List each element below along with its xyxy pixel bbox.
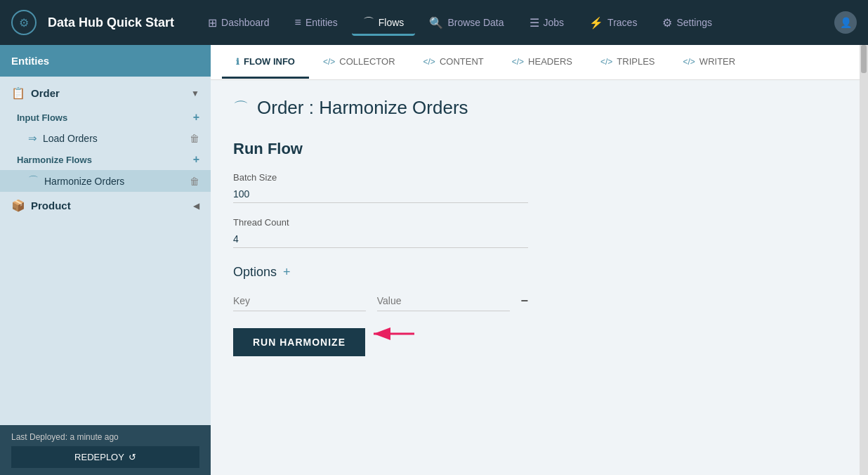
harmonize-orders-icon: ⌒: [28, 174, 39, 188]
flows-icon: ⌒: [363, 15, 374, 30]
batch-size-value[interactable]: 100: [233, 186, 528, 203]
options-value-input[interactable]: [377, 291, 510, 311]
user-avatar[interactable]: 👤: [834, 11, 857, 34]
tabs-bar: ℹ FLOW INFO </> COLLECTOR </> CONTENT </…: [211, 45, 860, 80]
sidebar-item-harmonize-orders[interactable]: ⌒ Harmonize Orders 🗑: [0, 170, 211, 192]
order-entity-name: Order: [31, 87, 60, 99]
run-button-container: RUN HARMONIZE: [233, 311, 365, 356]
options-remove-icon[interactable]: −: [521, 294, 529, 308]
scrollbar[interactable]: [860, 45, 868, 475]
options-key-input[interactable]: [233, 291, 366, 311]
nav-item-entities[interactable]: ≡ Entities: [284, 11, 349, 34]
load-orders-icon: ⇒: [28, 132, 37, 145]
redeploy-button[interactable]: REDEPLOY ↺: [11, 446, 199, 468]
deploy-status-text: Last Deployed: a minute ago: [11, 432, 119, 442]
collector-tab-icon: </>: [323, 57, 335, 67]
main-layout: Entities 📋 Order ▼ Input Flows + ⇒ Load: [0, 45, 868, 475]
jobs-icon: ☰: [530, 16, 539, 30]
writer-tab-icon: </>: [683, 57, 695, 67]
sidebar-entity-product[interactable]: 📦 Product ◀: [0, 192, 211, 219]
sidebar-header: Entities: [0, 45, 211, 77]
tab-headers[interactable]: </> HEADERS: [498, 46, 586, 79]
product-collapse-icon: ◀: [193, 201, 199, 211]
load-orders-delete-icon[interactable]: 🗑: [190, 133, 199, 144]
nav-item-traces[interactable]: ⚡ Traces: [578, 11, 648, 35]
nav-item-jobs[interactable]: ☰ Jobs: [518, 11, 576, 35]
input-flows-add-icon[interactable]: +: [193, 111, 199, 124]
options-row: −: [233, 291, 528, 311]
sidebar-footer: Last Deployed: a minute ago REDEPLOY ↺: [0, 425, 211, 475]
batch-size-label: Batch Size: [233, 172, 528, 183]
headers-tab-icon: </>: [512, 57, 524, 67]
traces-icon: ⚡: [589, 16, 603, 30]
product-entity-name: Product: [31, 200, 71, 212]
flow-info-tab-icon: ℹ: [236, 57, 239, 67]
sidebar-entity-order[interactable]: 📋 Order ▼: [0, 79, 211, 107]
tab-collector[interactable]: </> COLLECTOR: [309, 46, 409, 79]
app-title: Data Hub Quick Start: [48, 15, 174, 30]
order-collapse-icon: ▼: [191, 89, 199, 98]
nav-item-browse-data[interactable]: 🔍 Browse Data: [418, 11, 515, 35]
arrow-annotation: [365, 320, 435, 348]
nav-items: ⊞ Dashboard ≡ Entities ⌒ Flows 🔍 Browse …: [197, 10, 829, 36]
run-harmonize-button[interactable]: RUN HARMONIZE: [233, 328, 365, 356]
options-header: Options +: [233, 265, 837, 280]
batch-size-group: Batch Size 100: [233, 172, 528, 203]
harmonize-flows-add-icon[interactable]: +: [193, 153, 199, 166]
entities-icon: ≡: [295, 16, 301, 29]
sidebar: Entities 📋 Order ▼ Input Flows + ⇒ Load: [0, 45, 211, 475]
top-nav: ⚙ Data Hub Quick Start ⊞ Dashboard ≡ Ent…: [0, 0, 868, 45]
main-content: ℹ FLOW INFO </> COLLECTOR </> CONTENT </…: [211, 45, 860, 475]
sidebar-item-load-orders[interactable]: ⇒ Load Orders 🗑: [0, 128, 211, 149]
options-add-icon[interactable]: +: [283, 265, 291, 279]
input-flows-section: Input Flows +: [0, 107, 211, 128]
tab-flow-info[interactable]: ℹ FLOW INFO: [222, 46, 309, 79]
thread-count-label: Thread Count: [233, 217, 528, 228]
settings-icon: ⚙: [662, 16, 672, 30]
page-title: ⌒ Order : Harmonize Orders: [233, 97, 837, 119]
page-title-icon: ⌒: [233, 98, 249, 119]
tab-triples[interactable]: </> TRIPLES: [586, 46, 669, 79]
nav-item-dashboard[interactable]: ⊞ Dashboard: [197, 11, 281, 35]
content-tab-icon: </>: [423, 57, 435, 67]
dashboard-icon: ⊞: [208, 16, 217, 30]
content-area: ⌒ Order : Harmonize Orders Run Flow Batc…: [211, 80, 860, 475]
sidebar-content: 📋 Order ▼ Input Flows + ⇒ Load Orders 🗑: [0, 77, 211, 425]
nav-item-settings[interactable]: ⚙ Settings: [651, 11, 723, 35]
redeploy-icon: ↺: [129, 452, 136, 462]
tab-content[interactable]: </> CONTENT: [409, 46, 498, 79]
browse-data-icon: 🔍: [429, 16, 443, 30]
order-entity-icon: 📋: [11, 86, 25, 100]
nav-item-flows[interactable]: ⌒ Flows: [352, 10, 416, 36]
product-entity-icon: 📦: [11, 199, 25, 212]
logo-icon: ⚙: [11, 10, 37, 35]
triples-tab-icon: </>: [600, 57, 612, 67]
harmonize-orders-delete-icon[interactable]: 🗑: [190, 176, 199, 187]
run-flow-heading: Run Flow: [233, 140, 837, 158]
harmonize-flows-section: Harmonize Flows +: [0, 149, 211, 170]
thread-count-group: Thread Count 4: [233, 217, 528, 248]
tab-writer[interactable]: </> WRITER: [669, 46, 750, 79]
thread-count-value[interactable]: 4: [233, 230, 528, 248]
